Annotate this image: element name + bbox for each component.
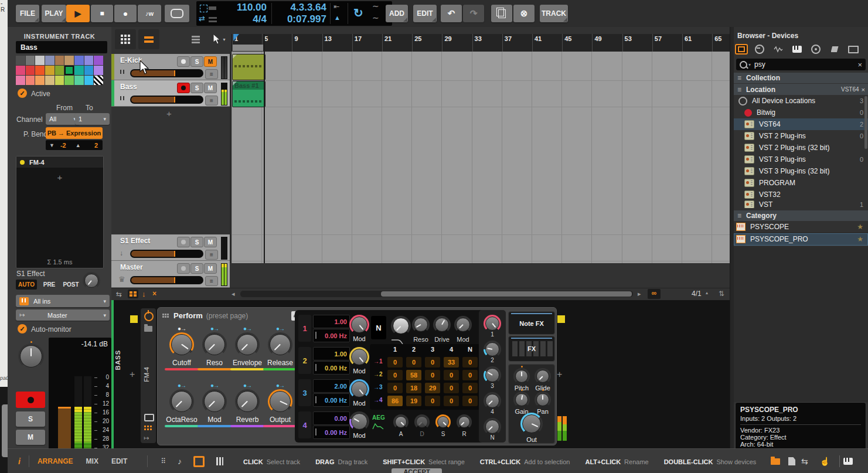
macro-knob-octareso[interactable] xyxy=(169,389,194,414)
op-ratio-value[interactable]: 2.00 xyxy=(313,379,350,393)
s1-knob[interactable] xyxy=(83,272,100,290)
matrix-cell[interactable]: 0 xyxy=(462,383,478,393)
track-menu-button[interactable]: ≡ xyxy=(205,96,218,106)
undo-icon[interactable]: ↶ xyxy=(441,5,462,22)
filter-knob-cutoff[interactable] xyxy=(391,316,411,336)
op-ratio-value[interactable]: 1.00 xyxy=(313,347,350,360)
matrix-cell[interactable]: 0 xyxy=(444,396,459,406)
expand-device-icon[interactable]: ↦ xyxy=(144,434,149,442)
color-swatch[interactable] xyxy=(74,66,84,75)
automation-write-icon[interactable]: ∼ xyxy=(372,1,379,11)
automation-follow-icon[interactable] xyxy=(185,29,206,49)
op-mod-knob-3[interactable] xyxy=(349,379,369,399)
matrix-cell[interactable]: 18 xyxy=(406,383,421,393)
close-panel-icon[interactable]: × xyxy=(152,290,156,298)
macro-knob-reverb[interactable] xyxy=(235,389,260,414)
macro-knob-output[interactable] xyxy=(268,389,292,414)
voice-knob-pitch[interactable] xyxy=(513,368,530,384)
solo-button[interactable]: S xyxy=(16,411,45,427)
object-select-icon[interactable] xyxy=(200,5,207,12)
record-button[interactable]: ● xyxy=(114,5,137,22)
matrix-cell[interactable]: 19 xyxy=(406,396,421,406)
macro-knob-reso[interactable] xyxy=(202,332,227,357)
device-name-vertical[interactable]: FM-4 xyxy=(143,367,150,382)
mod-source-icon[interactable]: ●→ xyxy=(237,325,257,332)
section-location[interactable]: ≡ Location VST64 × xyxy=(734,84,868,95)
location-item-vst-3-plug-ins[interactable]: VST 3 Plug-ins0 xyxy=(734,154,868,165)
s1-effect-knob[interactable] xyxy=(83,272,100,290)
active-checkbox[interactable]: ✓ xyxy=(18,89,27,98)
tab-instruments-icon[interactable] xyxy=(790,43,804,55)
track-header-bass[interactable]: BassSM≡ xyxy=(111,80,230,107)
op-freq-value[interactable]: 0.00 Hz xyxy=(313,393,350,407)
op-mod-knob-4[interactable] xyxy=(349,411,369,431)
location-item-vst-2-plug-ins[interactable]: VST 2 Plug-ins0 xyxy=(734,130,868,142)
matrix-cell[interactable]: 33 xyxy=(444,357,459,367)
view-tab-mix[interactable]: MIX xyxy=(86,457,98,465)
tab-presets-icon[interactable] xyxy=(753,43,767,55)
view-tab-edit[interactable]: EDIT xyxy=(111,457,127,465)
swap-icon[interactable]: ⇆ xyxy=(801,457,808,466)
aeg-knob-d[interactable] xyxy=(414,414,430,430)
track-solo-button[interactable]: S xyxy=(190,263,203,274)
preset-page-title[interactable]: Perform xyxy=(173,311,203,320)
mod-source-icon[interactable]: ●→ xyxy=(270,382,290,389)
track-mute-button[interactable]: M xyxy=(204,263,217,274)
color-swatch[interactable] xyxy=(94,56,103,65)
monitor-post-button[interactable]: POST xyxy=(60,280,81,290)
file-menu-button[interactable]: FILE xyxy=(16,5,39,22)
snap-icon[interactable]: ⠿ xyxy=(161,457,166,465)
color-swatch[interactable] xyxy=(94,66,103,75)
result-item-psyscope[interactable]: PSYSCOPE★ xyxy=(734,221,868,233)
play-button[interactable]: ▶ xyxy=(66,5,90,22)
metronome-icon[interactable]: ▲ xyxy=(334,14,341,21)
monitor-pre-button[interactable]: PRE xyxy=(40,280,58,290)
location-item-vst-3-plug-ins-32-bit-[interactable]: VST 3 Plug-ins (32 bit) xyxy=(734,165,868,177)
voice-knob-pan[interactable] xyxy=(535,392,551,408)
color-swatch[interactable] xyxy=(45,56,55,65)
tab-devices-icon[interactable] xyxy=(735,44,748,55)
controller-icon[interactable] xyxy=(165,5,189,22)
columns-icon[interactable] xyxy=(216,457,223,465)
shuffle-icon[interactable]: ⇄ xyxy=(199,14,205,23)
arrange-view-icon[interactable] xyxy=(138,29,159,49)
tab-clips-icon[interactable] xyxy=(828,43,842,55)
op-ratio-value[interactable]: 1.00 xyxy=(313,315,350,328)
note-fx-slot[interactable]: Note FX xyxy=(508,311,555,335)
monitor-auto-button[interactable]: AUTO xyxy=(16,280,37,290)
op-level-knob-3[interactable] xyxy=(484,366,501,384)
arrangement-clip[interactable] xyxy=(232,54,265,80)
channel-to-select[interactable]: 1▾ xyxy=(75,113,110,125)
color-swatch[interactable] xyxy=(45,66,55,75)
matrix-cell[interactable]: 0 xyxy=(462,370,478,380)
op-freq-value[interactable]: 0.00 Hz xyxy=(313,361,350,375)
track-menu-button[interactable]: ≡ xyxy=(205,69,218,79)
arrangement-timeline[interactable]: Bass #1 xyxy=(232,52,730,263)
voice-knob-gain[interactable] xyxy=(513,392,530,408)
add-track-button[interactable]: + xyxy=(166,108,172,118)
search-options-icon[interactable]: ▾ xyxy=(748,62,751,67)
color-swatch[interactable] xyxy=(26,56,35,65)
loop-region[interactable] xyxy=(233,45,263,51)
matrix-cell[interactable]: 0 xyxy=(425,357,440,367)
track-header-master[interactable]: MasterSM♛≡ xyxy=(111,261,230,288)
tempo-value[interactable]: 110.00 xyxy=(220,2,267,13)
color-swatch[interactable] xyxy=(35,76,45,85)
play-time[interactable]: 0:07.997 xyxy=(274,13,326,25)
remote-display-icon[interactable] xyxy=(144,414,154,421)
color-swatch[interactable] xyxy=(16,56,25,65)
matrix-cell[interactable]: 86 xyxy=(387,396,403,406)
track-mute-button[interactable]: M xyxy=(204,56,217,67)
location-item-vst-2-plug-ins-32-bit-[interactable]: VST 2 Plug-ins (32 bit) xyxy=(734,142,868,154)
folder-icon[interactable] xyxy=(771,458,780,465)
track-volume-knob[interactable] xyxy=(18,343,44,369)
link-zoom-icon[interactable]: ∞ xyxy=(648,289,661,299)
macro-knob-release[interactable] xyxy=(268,332,292,357)
file-icon[interactable] xyxy=(788,457,795,465)
aeg-knob-r[interactable] xyxy=(457,414,472,430)
input-routing-select[interactable]: All ins▾ xyxy=(16,295,110,307)
mod-source-icon[interactable]: ●→ xyxy=(205,382,224,389)
color-swatch[interactable] xyxy=(26,76,35,85)
op-mod-knob-1[interactable] xyxy=(349,315,369,335)
timeline-ruler[interactable]: 1591317212529333741454953576165 xyxy=(232,34,730,52)
